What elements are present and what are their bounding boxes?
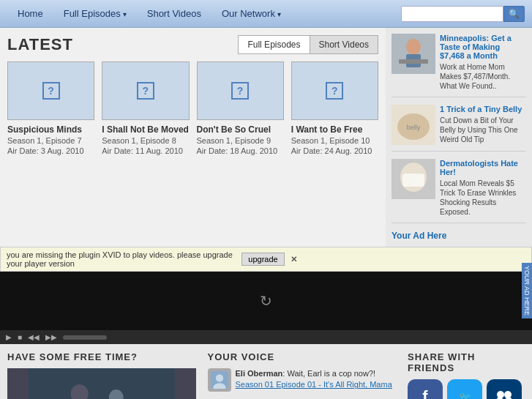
episode-air-date: Air Date: 24 Aug. 2010 [291, 146, 378, 155]
svg-point-1 [406, 39, 421, 55]
myspace-share-button[interactable] [487, 379, 522, 399]
episode-season-ep: Season 1, Episode 9 [197, 136, 284, 145]
volume-bar[interactable] [63, 335, 107, 340]
free-time-image: Memphis Beat [7, 368, 196, 399]
video-controls: ▶ ■ ◀◀ ▶▶ [0, 330, 532, 344]
episode-question-mark: ? [137, 82, 154, 100]
tab-full-episodes[interactable]: Full Episodes [238, 35, 309, 54]
svg-point-24 [215, 374, 222, 381]
episode-title: Don't Be So Cruel [197, 124, 284, 135]
prev-button[interactable]: ◀◀ [28, 333, 40, 341]
xvid-label: YOUR AD HERE [522, 263, 532, 318]
your-voice-section: YOUR VOICE Eli Oberman: Wait, Earl is a … [208, 351, 397, 399]
video-section: you are missing the plugin XVID to play … [0, 247, 532, 344]
comment-username: Eli Oberman [236, 369, 283, 378]
svg-text:belly: belly [407, 124, 421, 131]
svg-rect-3 [399, 59, 428, 64]
comment-episode-link[interactable]: Season 01 Episode 01 - It's All Right, M… [236, 380, 392, 389]
ad-text: 1 Trick of a Tiny Belly Cut Down a Bit o… [440, 105, 526, 145]
episodes-grid: ? Suspicious Minds Season 1, Episode 7 A… [7, 61, 378, 157]
episode-air-date: Air Date: 18 Aug. 2010 [197, 146, 284, 155]
ad-image [391, 34, 435, 74]
episode-season-ep: Season 1, Episode 8 [102, 136, 189, 145]
nav-our-network[interactable]: Our Network [211, 2, 291, 25]
latest-title: LATEST [7, 35, 238, 54]
search-bar: 🔍 [401, 6, 525, 22]
episode-thumbnail[interactable]: ? [291, 61, 378, 120]
stop-button[interactable]: ■ [18, 333, 22, 341]
plugin-warning-text: you are missing the plugin XVID to play … [7, 250, 241, 268]
episode-card[interactable]: ? I Want to Be Free Season 1, Episode 10… [291, 61, 378, 157]
search-button[interactable]: 🔍 [503, 6, 525, 22]
ad-image [391, 159, 435, 199]
navigation: Home Full Episodes Short Videos Our Netw… [0, 0, 532, 28]
episode-question-mark: ? [326, 82, 343, 100]
comment: Eli Oberman: Wait, Earl is a cop now?!Se… [208, 368, 397, 392]
episode-card[interactable]: ? Don't Be So Cruel Season 1, Episode 9 … [197, 61, 284, 157]
episode-air-date: Air Date: 3 Aug. 2010 [7, 146, 94, 155]
ad-link[interactable]: Minneapolis: Get a Taste of Making $7,46… [440, 34, 526, 60]
left-content: LATEST Full Episodes Short Videos ? Susp… [0, 28, 386, 247]
ad-item: Dermatologists Hate Her! Local Mom Revea… [391, 159, 526, 223]
tab-buttons: Full Episodes Short Videos [238, 35, 378, 54]
ad-image: belly [391, 105, 435, 145]
loading-spinner: ↻ [260, 292, 272, 310]
ad-description: Work at Home Mom Makes $7,487/Month. Wha… [440, 62, 526, 91]
plugin-warning: you are missing the plugin XVID to play … [0, 247, 532, 272]
close-warning-button[interactable]: ✕ [291, 255, 525, 264]
ads-container: Minneapolis: Get a Taste of Making $7,46… [391, 34, 526, 223]
svg-point-29 [497, 391, 504, 398]
episode-season-ep: Season 1, Episode 7 [7, 136, 94, 145]
next-button[interactable]: ▶▶ [45, 333, 57, 341]
episode-card[interactable]: ? I Shall Not Be Moved Season 1, Episode… [102, 61, 189, 157]
ad-text: Dermatologists Hate Her! Local Mom Revea… [440, 159, 526, 217]
ad-description: Cut Down a Bit of Your Belly by Using Th… [440, 116, 526, 144]
play-button[interactable]: ▶ [6, 333, 12, 341]
episode-title: I Shall Not Be Moved [102, 124, 189, 135]
nav-short-videos[interactable]: Short Videos [137, 2, 211, 25]
episode-season-ep: Season 1, Episode 10 [291, 136, 378, 145]
episode-thumbnail[interactable]: ? [197, 61, 284, 120]
svg-rect-10 [29, 368, 175, 399]
episode-question-mark: ? [231, 82, 249, 100]
nav-full-episodes[interactable]: Full Episodes [53, 2, 137, 25]
facebook-share-button[interactable]: f [408, 379, 443, 399]
episode-thumbnail[interactable]: ? [102, 61, 189, 120]
main-area: LATEST Full Episodes Short Videos ? Susp… [0, 28, 532, 247]
episode-thumbnail[interactable]: ? [7, 61, 94, 120]
right-sidebar: Minneapolis: Get a Taste of Making $7,46… [386, 28, 532, 247]
ad-item: belly 1 Trick of a Tiny Belly Cut Down a… [391, 105, 526, 152]
comment-avatar [208, 368, 231, 392]
episode-title: I Want to Be Free [291, 124, 378, 135]
ad-description: Local Mom Reveals $5 Trick To Erase Wrin… [440, 179, 526, 217]
comment-text: Eli Oberman: Wait, Earl is a cop now?!Se… [236, 368, 392, 392]
episode-card[interactable]: ? Suspicious Minds Season 1, Episode 7 A… [7, 61, 94, 157]
your-ad-link[interactable]: Your Ad Here [391, 231, 526, 241]
nav-home[interactable]: Home [7, 2, 53, 25]
episode-air-date: Air Date: 11 Aug. 2010 [102, 146, 189, 155]
free-time-title: HAVE SOME FREE TIME? [7, 351, 196, 362]
ad-link[interactable]: Dermatologists Hate Her! [440, 159, 526, 176]
upgrade-button[interactable]: upgrade [241, 253, 284, 266]
svg-point-30 [504, 391, 512, 398]
ad-text: Minneapolis: Get a Taste of Making $7,46… [440, 34, 526, 91]
search-input[interactable] [401, 6, 503, 22]
tab-short-videos[interactable]: Short Videos [310, 35, 379, 54]
latest-header: LATEST Full Episodes Short Videos [7, 35, 378, 54]
episode-question-mark: ? [42, 82, 60, 100]
free-time-illustration [7, 368, 196, 399]
free-time-section: HAVE SOME FREE TIME? Memphis Beat [7, 351, 196, 399]
bottom-section: HAVE SOME FREE TIME? Memphis Beat [0, 344, 532, 399]
ad-link[interactable]: 1 Trick of a Tiny Belly [440, 105, 526, 113]
episode-title: Suspicious Minds [7, 124, 94, 135]
share-title: SHARE WITH FRIENDS [408, 351, 525, 373]
share-friends-section: SHARE WITH FRIENDS f 🐦 su rd g+ [408, 351, 525, 399]
comments-container: Eli Oberman: Wait, Earl is a cop now?!Se… [208, 368, 397, 399]
your-voice-title: YOUR VOICE [208, 351, 397, 362]
twitter-share-button[interactable]: 🐦 [447, 379, 482, 399]
share-grid: f 🐦 su rd g+ [408, 379, 525, 399]
svg-rect-9 [402, 174, 424, 187]
video-player[interactable]: ↻ [0, 272, 532, 330]
ad-item: Minneapolis: Get a Taste of Making $7,46… [391, 34, 526, 97]
